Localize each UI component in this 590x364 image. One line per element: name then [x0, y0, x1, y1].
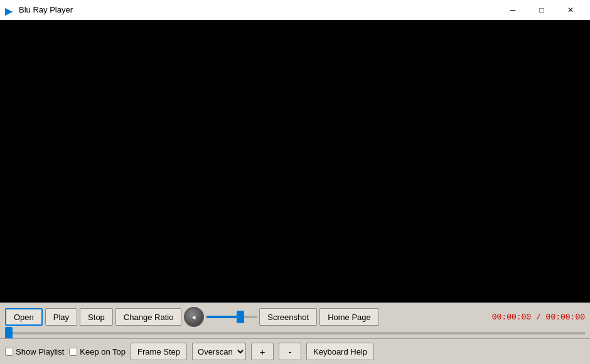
seekbar-row	[0, 331, 590, 338]
video-display	[0, 20, 590, 302]
keep-on-top-label[interactable]: Keep on Top	[69, 347, 126, 356]
minimize-button[interactable]: ─	[498, 0, 527, 20]
frame-step-button[interactable]: Frame Step	[131, 343, 187, 360]
volume-knob[interactable]	[184, 307, 204, 327]
titlebar: ▶ Blu Ray Player ─ □ ✕	[0, 0, 590, 20]
show-playlist-label[interactable]: Show Playlist	[5, 347, 64, 356]
minus-button[interactable]: -	[279, 343, 301, 360]
bottom-bar: Show Playlist Keep on Top Frame Step Ove…	[0, 338, 590, 364]
window-title: Blu Ray Player	[19, 5, 498, 14]
close-button[interactable]: ✕	[556, 0, 585, 20]
keep-on-top-text: Keep on Top	[80, 347, 126, 356]
open-button[interactable]: Open	[5, 308, 43, 326]
screenshot-button[interactable]: Screenshot	[259, 308, 317, 326]
seek-slider[interactable]	[5, 332, 585, 335]
keep-on-top-checkbox[interactable]	[69, 348, 77, 356]
home-page-button[interactable]: Home Page	[319, 308, 379, 326]
window-controls: ─ □ ✕	[498, 0, 585, 20]
change-ratio-button[interactable]: Change Ratio	[115, 308, 182, 326]
show-playlist-checkbox[interactable]	[5, 348, 13, 356]
stop-button[interactable]: Stop	[80, 308, 113, 326]
maximize-button[interactable]: □	[527, 0, 556, 20]
plus-button[interactable]: +	[251, 343, 274, 360]
volume-slider-container	[206, 316, 257, 318]
show-playlist-text: Show Playlist	[16, 347, 64, 356]
volume-slider[interactable]	[206, 316, 257, 318]
overscan-select[interactable]: Overscan None Small Large	[192, 343, 246, 360]
app-icon: ▶	[5, 5, 15, 15]
time-display: 00:00:00 / 00:00:00	[492, 313, 585, 322]
keyboard-help-button[interactable]: Keyboard Help	[306, 343, 374, 360]
play-button[interactable]: Play	[45, 308, 77, 326]
